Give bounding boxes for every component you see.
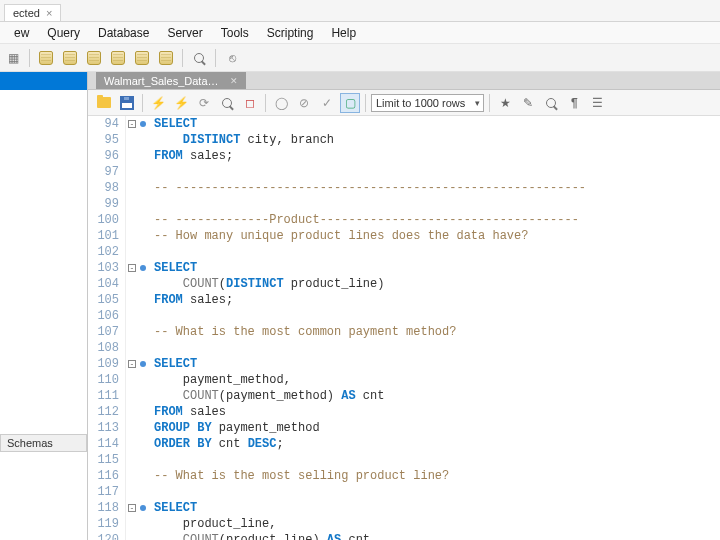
fold-gutter[interactable] — [126, 324, 138, 340]
execute-icon[interactable]: ⚡ — [148, 93, 168, 113]
code-line[interactable]: 108 — [88, 340, 720, 356]
window-tab[interactable]: ected × — [4, 4, 61, 21]
code-line[interactable]: 98-- -----------------------------------… — [88, 180, 720, 196]
fold-gutter[interactable] — [126, 132, 138, 148]
rollback-icon[interactable]: ⊘ — [294, 93, 314, 113]
breakpoint-gutter[interactable] — [138, 452, 148, 468]
code-line[interactable]: 99 — [88, 196, 720, 212]
toolbar-sql-1[interactable] — [35, 47, 57, 69]
breakpoint-gutter[interactable] — [138, 404, 148, 420]
fold-gutter[interactable] — [126, 308, 138, 324]
code-line[interactable]: 120 COUNT(product_line) AS cnt — [88, 532, 720, 540]
code-line[interactable]: 100-- -------------Product--------------… — [88, 212, 720, 228]
menu-server[interactable]: Server — [159, 24, 210, 42]
breakpoint-gutter[interactable] — [138, 180, 148, 196]
fold-gutter[interactable]: - — [126, 260, 138, 276]
find-icon[interactable] — [541, 93, 561, 113]
fold-gutter[interactable] — [126, 164, 138, 180]
open-file-icon[interactable] — [94, 93, 114, 113]
beautify-icon[interactable]: ✎ — [518, 93, 538, 113]
fold-gutter[interactable] — [126, 532, 138, 540]
fold-gutter[interactable]: - — [126, 116, 138, 132]
code-line[interactable]: 105FROM sales; — [88, 292, 720, 308]
commit-icon[interactable]: ◯ — [271, 93, 291, 113]
toolbar-sql-3[interactable] — [83, 47, 105, 69]
fold-gutter[interactable] — [126, 388, 138, 404]
code-line[interactable]: 102 — [88, 244, 720, 260]
code-line[interactable]: 113GROUP BY payment_method — [88, 420, 720, 436]
code-line[interactable]: 94-SELECT — [88, 116, 720, 132]
fold-gutter[interactable] — [126, 484, 138, 500]
breakpoint-gutter[interactable] — [138, 372, 148, 388]
code-line[interactable]: 109-SELECT — [88, 356, 720, 372]
breakpoint-gutter[interactable] — [138, 228, 148, 244]
code-line[interactable]: 107-- What is the most common payment me… — [88, 324, 720, 340]
fold-gutter[interactable] — [126, 436, 138, 452]
breakpoint-gutter[interactable] — [138, 260, 148, 276]
code-line[interactable]: 119 product_line, — [88, 516, 720, 532]
fold-gutter[interactable] — [126, 228, 138, 244]
toolbar-sql-2[interactable] — [59, 47, 81, 69]
code-line[interactable]: 110 payment_method, — [88, 372, 720, 388]
breakpoint-gutter[interactable] — [138, 212, 148, 228]
code-line[interactable]: 97 — [88, 164, 720, 180]
row-limit-select[interactable]: Limit to 1000 rows — [371, 94, 484, 112]
code-line[interactable]: 117 — [88, 484, 720, 500]
code-line[interactable]: 115 — [88, 452, 720, 468]
fold-gutter[interactable] — [126, 452, 138, 468]
fold-gutter[interactable]: - — [126, 356, 138, 372]
breakpoint-gutter[interactable] — [138, 388, 148, 404]
breakpoint-gutter[interactable] — [138, 196, 148, 212]
fold-gutter[interactable] — [126, 196, 138, 212]
breakpoint-gutter[interactable] — [138, 324, 148, 340]
menu-tools[interactable]: Tools — [213, 24, 257, 42]
code-line[interactable]: 116-- What is the most selling product l… — [88, 468, 720, 484]
breakpoint-gutter[interactable] — [138, 308, 148, 324]
toggle-autocommit-icon[interactable]: ▢ — [340, 93, 360, 113]
code-line[interactable]: 114ORDER BY cnt DESC; — [88, 436, 720, 452]
sidebar-selected-item[interactable] — [0, 72, 87, 90]
toolbar-sql-5[interactable] — [131, 47, 153, 69]
fold-gutter[interactable] — [126, 212, 138, 228]
fold-gutter[interactable]: - — [126, 500, 138, 516]
sql-editor[interactable]: 94-SELECT95 DISTINCT city, branch96FROM … — [88, 116, 720, 540]
close-icon[interactable]: ✕ — [230, 76, 238, 86]
breakpoint-gutter[interactable] — [138, 148, 148, 164]
fold-gutter[interactable] — [126, 244, 138, 260]
toolbar-script[interactable]: ⎋ — [221, 47, 243, 69]
fold-gutter[interactable] — [126, 468, 138, 484]
code-line[interactable]: 111 COUNT(payment_method) AS cnt — [88, 388, 720, 404]
execute-current-icon[interactable]: ⚡ — [171, 93, 191, 113]
toolbar-search[interactable] — [188, 47, 210, 69]
menu-query[interactable]: Query — [39, 24, 88, 42]
toolbar-sql-6[interactable] — [155, 47, 177, 69]
breakpoint-gutter[interactable] — [138, 484, 148, 500]
explain-icon[interactable]: ⟳ — [194, 93, 214, 113]
breakpoint-gutter[interactable] — [138, 292, 148, 308]
fold-gutter[interactable] — [126, 292, 138, 308]
stop-icon[interactable]: ◻ — [240, 93, 260, 113]
menu-help[interactable]: Help — [323, 24, 364, 42]
autocommit-icon[interactable]: ✓ — [317, 93, 337, 113]
code-line[interactable]: 96FROM sales; — [88, 148, 720, 164]
fold-gutter[interactable] — [126, 180, 138, 196]
fold-gutter[interactable] — [126, 340, 138, 356]
sidebar-tab-schemas[interactable]: Schemas — [0, 434, 87, 452]
breakpoint-gutter[interactable] — [138, 436, 148, 452]
breakpoint-gutter[interactable] — [138, 532, 148, 540]
toolbar-sql-4[interactable] — [107, 47, 129, 69]
breakpoint-gutter[interactable] — [138, 116, 148, 132]
breakpoint-gutter[interactable] — [138, 164, 148, 180]
menu-scripting[interactable]: Scripting — [259, 24, 322, 42]
breakpoint-gutter[interactable] — [138, 132, 148, 148]
breakpoint-gutter[interactable] — [138, 500, 148, 516]
close-icon[interactable]: × — [46, 7, 52, 19]
code-line[interactable]: 106 — [88, 308, 720, 324]
breakpoint-gutter[interactable] — [138, 468, 148, 484]
breakpoint-gutter[interactable] — [138, 420, 148, 436]
breakpoint-gutter[interactable] — [138, 276, 148, 292]
breakpoint-gutter[interactable] — [138, 340, 148, 356]
breakpoint-gutter[interactable] — [138, 516, 148, 532]
fold-gutter[interactable] — [126, 148, 138, 164]
code-line[interactable]: 118-SELECT — [88, 500, 720, 516]
